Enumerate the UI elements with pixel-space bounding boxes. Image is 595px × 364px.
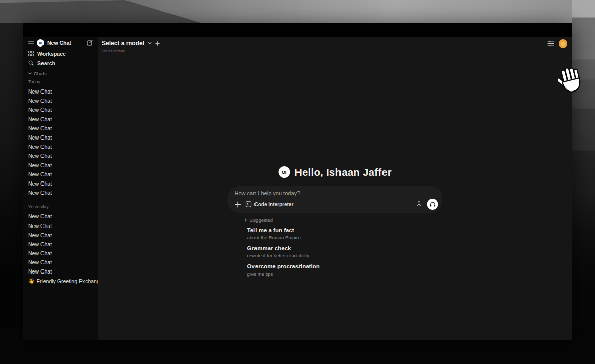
sidebar-title: New Chat [47, 40, 83, 46]
chat-title: New Chat [28, 171, 52, 177]
headphones-icon [429, 201, 436, 207]
add-model-icon[interactable] [155, 41, 160, 46]
chat-list-item[interactable]: New Chat [23, 161, 98, 170]
chat-list-item[interactable]: New Chat [23, 212, 98, 221]
chat-title: New Chat [28, 125, 52, 131]
chevron-down-icon [148, 42, 152, 45]
chats-label: Chats [34, 71, 47, 76]
suggestion-subtitle: rewrite it for better readability [247, 253, 443, 258]
sidebar-item-workspace[interactable]: Workspace [23, 49, 98, 58]
desktop: OI New Chat [0, 0, 595, 364]
app-logo: OI [37, 39, 44, 47]
set-default-link[interactable]: Set as default [102, 49, 160, 53]
chat-list-item[interactable]: New Chat [23, 267, 98, 276]
chats-section-toggle[interactable]: Chats [23, 70, 98, 76]
sidebar-item-label: Search [37, 60, 55, 66]
chat-list-item[interactable]: New Chat [23, 179, 98, 188]
suggestion-title: Overcome procrastination [247, 263, 443, 270]
suggested-header: Suggested [244, 217, 443, 223]
main-area: Select a model Set as default [98, 37, 572, 340]
composer-placeholder[interactable]: How can I help you today? [235, 190, 438, 196]
chat-list-item[interactable]: New Chat [23, 258, 98, 267]
chat-list-item[interactable]: New Chat [23, 96, 98, 105]
chat-title: New Chat [28, 213, 52, 219]
chat-title: New Chat [28, 232, 52, 238]
chat-list-item[interactable]: New Chat [23, 87, 98, 96]
chat-title: New Chat [28, 241, 52, 247]
user-avatar[interactable] [559, 39, 567, 48]
chat-list-item[interactable]: 👋Friendly Greeting Exchange [23, 277, 98, 286]
chat-list-item[interactable]: New Chat [23, 105, 98, 114]
chat-list-item[interactable]: New Chat [23, 221, 98, 230]
suggestion-title: Grammar check [247, 245, 443, 252]
chat-list-item[interactable]: New Chat [23, 133, 98, 142]
app-logo-text: OI [39, 41, 41, 44]
suggestion-subtitle: about the Roman Empire [247, 235, 443, 240]
model-selector-label: Select a model [102, 40, 144, 47]
suggestion-item[interactable]: Tell me a fun fact about the Roman Empir… [244, 226, 443, 241]
chat-list-item[interactable]: New Chat [23, 249, 98, 258]
code-interpreter-icon [246, 201, 252, 207]
sidebar-toggle-icon[interactable] [28, 41, 34, 46]
composer-toolbar: Code Interpreter [235, 199, 438, 210]
chat-sections: TodayNew ChatNew ChatNew ChatNew ChatNew… [23, 76, 98, 340]
chat-list-item[interactable]: New Chat [23, 151, 98, 160]
model-selector[interactable]: Select a model [102, 40, 160, 47]
waving-hand-emoji: 👋 [28, 278, 34, 284]
chat-title: New Chat [28, 180, 52, 187]
suggested-label: Suggested [250, 217, 273, 223]
suggested-section: Suggested Tell me a fun fact about the R… [228, 217, 443, 278]
chat-list-item[interactable]: New Chat [23, 142, 98, 151]
app-logo: OI [278, 166, 290, 178]
code-interpreter-toggle[interactable]: Code Interpreter [246, 201, 294, 207]
chat-title: New Chat [28, 259, 52, 265]
message-composer[interactable]: How can I help you today? Code Interp [228, 186, 443, 213]
wallpaper-left-band [0, 23, 23, 327]
window-top-strip [23, 23, 572, 37]
chat-title: New Chat [28, 162, 52, 168]
controls-sliders-icon[interactable] [547, 40, 554, 47]
chat-section-label: Yesterday [23, 204, 98, 210]
suggestion-item[interactable]: Overcome procrastination give me tips [244, 262, 443, 278]
chat-list-item[interactable]: New Chat [23, 240, 98, 249]
chat-title: New Chat [28, 190, 52, 196]
chat-title: New Chat [28, 144, 52, 150]
chat-title: New Chat [28, 88, 52, 95]
chat-title: New Chat [28, 268, 52, 275]
wallpaper-right-band [572, 0, 595, 324]
sidebar-header: OI New Chat [28, 39, 93, 47]
greeting-text: Hello, Ishaan Jaffer [294, 166, 392, 178]
code-interpreter-label: Code Interpreter [254, 202, 294, 207]
sidebar-item-label: Workspace [37, 51, 66, 57]
chat-list-item[interactable]: New Chat [23, 170, 98, 179]
model-selector-bar: Select a model Set as default [102, 40, 160, 53]
chat-title: New Chat [28, 107, 52, 113]
suggestion-item[interactable]: Grammar check rewrite it for better read… [244, 244, 443, 259]
chat-list-item[interactable]: New Chat [23, 115, 98, 124]
microphone-icon[interactable] [416, 201, 422, 208]
app-window: OI New Chat [23, 23, 572, 340]
attach-plus-icon[interactable] [235, 201, 241, 208]
suggestion-subtitle: give me tips [247, 271, 443, 277]
chat-title: New Chat [28, 98, 52, 104]
chat-title: Friendly Greeting Exchange [36, 278, 98, 284]
chat-title: New Chat [28, 223, 52, 229]
topbar-actions [547, 39, 567, 48]
chat-list-item[interactable]: New Chat [23, 124, 98, 133]
app-logo-text: OI [282, 169, 286, 175]
chat-list-item[interactable]: New Chat [23, 188, 98, 197]
new-chat-compose-icon[interactable] [87, 40, 93, 46]
search-icon [28, 60, 34, 66]
sidebar: OI New Chat [23, 37, 98, 340]
sidebar-item-search[interactable]: Search [23, 58, 98, 68]
chat-list-item[interactable]: New Chat [23, 231, 98, 240]
suggestion-title: Tell me a fun fact [247, 227, 443, 234]
wallpaper-top-band [0, 0, 595, 23]
workspace-grid-icon [28, 51, 34, 56]
voice-call-button[interactable] [427, 199, 438, 210]
chat-title: New Chat [28, 134, 52, 141]
suggestions-list: Tell me a fun fact about the Roman Empir… [244, 226, 443, 278]
bolt-icon [244, 218, 248, 222]
hero-section: OI Hello, Ishaan Jaffer How can I help y… [228, 165, 443, 278]
greeting-row: OI Hello, Ishaan Jaffer [228, 165, 443, 179]
